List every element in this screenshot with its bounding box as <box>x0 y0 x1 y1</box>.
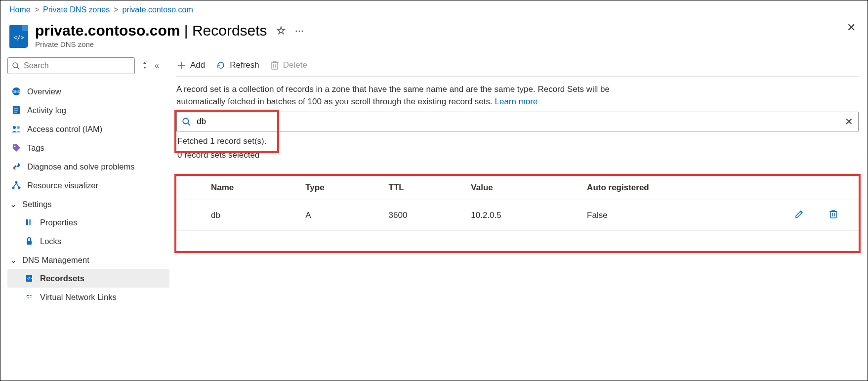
sidebar-item-locks[interactable]: Locks <box>7 232 169 251</box>
svg-line-15 <box>16 183 19 187</box>
cell-ttl: 3600 <box>384 200 466 231</box>
sidebar-item-overview[interactable]: DNS Overview <box>7 82 169 101</box>
svg-rect-5 <box>14 108 18 109</box>
svg-point-12 <box>12 187 15 189</box>
people-icon <box>11 124 21 134</box>
favorite-star-icon[interactable]: ☆ <box>276 24 286 37</box>
svg-rect-18 <box>27 241 32 245</box>
title-section: Recordsets <box>192 22 267 39</box>
breadcrumb-zone[interactable]: private.contoso.com <box>123 5 193 14</box>
wrench-icon <box>11 162 21 171</box>
link-icon <box>24 292 34 302</box>
chevron-down-icon: ⌄ <box>9 200 17 209</box>
collapse-sidebar-icon[interactable]: « <box>155 61 159 70</box>
svg-point-13 <box>18 187 21 189</box>
table-header-row: Name Type TTL Value Auto registered <box>176 176 859 200</box>
close-blade-button[interactable]: ✕ <box>847 21 856 34</box>
svg-point-9 <box>17 126 20 129</box>
col-type[interactable]: Type <box>300 176 383 200</box>
sidebar-item-iam[interactable]: Access control (IAM) <box>7 120 169 138</box>
search-icon <box>182 117 191 126</box>
lock-icon <box>24 236 34 246</box>
properties-icon <box>24 217 34 227</box>
svg-rect-23 <box>272 63 278 69</box>
activity-log-icon <box>11 105 21 115</box>
cell-name: db <box>206 200 300 231</box>
svg-rect-16 <box>26 219 28 225</box>
svg-point-8 <box>13 126 16 129</box>
refresh-button[interactable]: Refresh <box>216 60 259 70</box>
tag-icon <box>11 143 21 153</box>
page-title: private.contoso.com | Recordsets ☆ ⋯ <box>35 22 305 39</box>
svg-point-0 <box>13 63 18 68</box>
svg-line-14 <box>14 183 16 187</box>
sidebar-item-diagnose[interactable]: Diagnose and solve problems <box>7 157 169 176</box>
svg-text:DNS: DNS <box>13 90 20 93</box>
cell-auto: False <box>582 200 789 231</box>
learn-more-link[interactable]: Learn more <box>495 97 537 106</box>
sidebar-item-resource-visualizer[interactable]: Resource visualizer <box>7 176 169 195</box>
delete-button: Delete <box>270 60 307 70</box>
dns-zone-icon: </> <box>9 25 28 48</box>
col-value[interactable]: Value <box>466 176 582 200</box>
graph-icon <box>11 180 21 190</box>
svg-line-1 <box>17 67 19 69</box>
page-subtitle: Private DNS zone <box>35 40 305 48</box>
search-icon <box>12 62 20 70</box>
main-content: Add Refresh Delete A record set is a col… <box>173 57 868 306</box>
sidebar-item-properties[interactable]: Properties <box>7 213 169 232</box>
recordsets-table: Name Type TTL Value Auto registered db A <box>176 176 859 231</box>
svg-point-11 <box>15 181 18 184</box>
edit-row-button[interactable] <box>789 200 824 231</box>
trash-icon <box>829 209 838 219</box>
sidebar-search-input[interactable] <box>24 61 130 70</box>
description-text: A record set is a collection of records … <box>176 77 661 112</box>
svg-rect-17 <box>29 219 31 225</box>
svg-text:</>: </> <box>27 277 32 280</box>
refresh-icon <box>216 60 226 70</box>
svg-point-10 <box>14 146 16 147</box>
sidebar-group-settings[interactable]: ⌄ Settings <box>7 195 169 213</box>
title-resource-name: private.contoso.com <box>35 22 180 39</box>
delete-row-button[interactable] <box>824 200 859 231</box>
trash-icon <box>270 60 279 70</box>
recordsets-icon: </> <box>24 273 34 283</box>
sidebar-item-activity-log[interactable]: Activity log <box>7 101 169 120</box>
svg-rect-7 <box>14 112 17 113</box>
col-auto-registered[interactable]: Auto registered <box>582 176 789 200</box>
breadcrumb-zones[interactable]: Private DNS zones <box>43 5 110 14</box>
cell-value: 10.2.0.5 <box>466 200 582 231</box>
col-name[interactable]: Name <box>206 176 300 200</box>
command-bar: Add Refresh Delete <box>176 57 859 77</box>
more-menu-icon[interactable]: ⋯ <box>295 25 305 36</box>
svg-rect-30 <box>830 212 836 218</box>
breadcrumb-home[interactable]: Home <box>9 5 31 14</box>
plus-icon <box>176 60 186 70</box>
fetched-count-text: Fetched 1 record set(s). <box>176 131 859 147</box>
table-row[interactable]: db A 3600 10.2.0.5 False <box>176 200 859 231</box>
sidebar-item-recordsets[interactable]: </> Recordsets <box>7 269 169 288</box>
pencil-icon <box>794 209 804 219</box>
cell-type: A <box>300 200 383 231</box>
add-button[interactable]: Add <box>176 60 205 70</box>
selected-count-text: 0 record sets selected <box>176 147 859 161</box>
sidebar-group-dns-management[interactable]: ⌄ DNS Management <box>7 251 169 269</box>
svg-line-28 <box>188 124 190 126</box>
sidebar-item-virtual-network-links[interactable]: Virtual Network Links <box>7 288 169 306</box>
sidebar-item-tags[interactable]: Tags <box>7 138 169 157</box>
sort-toggle-icon[interactable] <box>142 61 148 71</box>
chevron-right-icon: > <box>114 5 118 14</box>
sidebar-search[interactable] <box>7 57 135 74</box>
col-ttl[interactable]: TTL <box>384 176 466 200</box>
globe-icon: DNS <box>11 86 21 96</box>
svg-rect-6 <box>14 110 18 111</box>
records-filter-input[interactable] <box>197 117 839 127</box>
sidebar: « DNS Overview Activity log Access contr… <box>0 57 173 306</box>
clear-filter-icon[interactable]: ✕ <box>845 116 853 127</box>
breadcrumb: Home > Private DNS zones > private.conto… <box>0 0 868 16</box>
chevron-down-icon: ⌄ <box>9 255 17 265</box>
chevron-right-icon: > <box>35 5 39 14</box>
svg-point-27 <box>183 119 188 124</box>
records-filter[interactable]: ✕ <box>176 112 859 131</box>
page-header: </> private.contoso.com | Recordsets ☆ ⋯… <box>0 16 868 57</box>
